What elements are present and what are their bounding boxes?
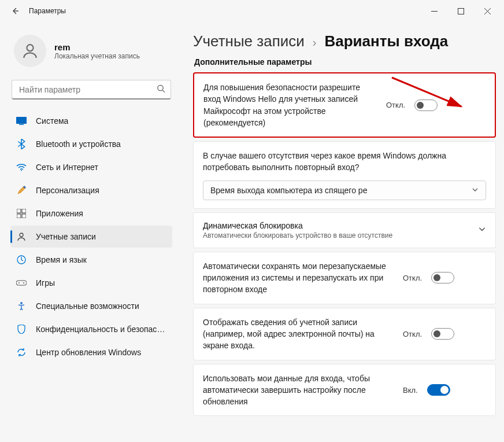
svg-point-19 xyxy=(20,302,23,304)
section-heading: Дополнительные параметры xyxy=(194,57,496,67)
card-title: Динамическая блокировка xyxy=(203,221,469,230)
search-icon xyxy=(157,84,165,95)
card-use-signin-info: Использовать мои данные для входа, чтобы… xyxy=(193,364,496,417)
gamepad-icon xyxy=(16,278,27,288)
breadcrumb: Учетные записи › Варианты входа xyxy=(193,32,496,50)
nav-apps[interactable]: Приложения xyxy=(10,202,172,224)
user-name: rem xyxy=(54,42,140,52)
toggle-use-signin-info[interactable] xyxy=(427,384,450,396)
wifi-icon xyxy=(16,162,27,172)
nav-accounts[interactable]: Учетные записи xyxy=(10,226,172,248)
svg-rect-11 xyxy=(22,209,26,213)
card-dynamic-lock[interactable]: Динамическая блокировка Автоматически бл… xyxy=(193,212,496,248)
svg-point-14 xyxy=(20,233,23,237)
maximize-button[interactable] xyxy=(447,2,474,20)
titlebar: Параметры xyxy=(0,0,504,22)
toggle-windows-hello[interactable] xyxy=(414,100,438,111)
window-title: Параметры xyxy=(29,7,66,15)
avatar xyxy=(14,35,46,67)
nav-label: Сеть и Интернет xyxy=(36,163,98,172)
dropdown-require-signin[interactable]: Время выхода компьютера из спящего ре xyxy=(203,181,486,200)
nav-label: Центр обновления Windows xyxy=(36,348,141,357)
breadcrumb-parent[interactable]: Учетные записи xyxy=(193,32,305,50)
user-block[interactable]: rem Локальная учетная запись xyxy=(10,25,172,80)
svg-rect-10 xyxy=(17,209,21,213)
nav-label: Персонализация xyxy=(36,186,99,195)
clock-globe-icon xyxy=(16,255,27,265)
nav-label: Bluetooth и устройства xyxy=(36,139,121,149)
chevron-down-icon xyxy=(478,225,486,235)
search-input[interactable] xyxy=(12,80,171,100)
nav-label: Время и язык xyxy=(36,255,87,264)
card-require-signin: В случае вашего отсутствия через какое в… xyxy=(193,141,496,209)
user-icon xyxy=(21,42,39,60)
shield-icon xyxy=(16,324,27,334)
sidebar: rem Локальная учетная запись Система Blu… xyxy=(0,22,179,442)
svg-rect-13 xyxy=(22,214,26,218)
accessibility-icon xyxy=(16,301,27,311)
card-restart-apps: Автоматически сохранять мои перезапускае… xyxy=(193,252,496,304)
minimize-icon xyxy=(431,8,438,14)
toggle-show-account-details[interactable] xyxy=(431,328,454,340)
breadcrumb-current: Варианты входа xyxy=(324,32,448,50)
toggle-state-label: Откл. xyxy=(403,274,422,282)
card-windows-hello: Для повышения безопасности разрешите вхо… xyxy=(193,72,496,138)
svg-rect-8 xyxy=(19,124,24,126)
chevron-down-icon xyxy=(472,186,479,195)
svg-point-9 xyxy=(21,170,22,171)
nav-network[interactable]: Сеть и Интернет xyxy=(10,156,172,178)
toggle-state-label: Вкл. xyxy=(403,386,418,395)
nav-bluetooth[interactable]: Bluetooth и устройства xyxy=(10,133,172,155)
user-info: rem Локальная учетная запись xyxy=(54,42,140,60)
nav-system[interactable]: Система xyxy=(10,110,172,132)
svg-point-17 xyxy=(18,282,20,283)
nav-label: Игры xyxy=(36,278,55,288)
card-text: Автоматически сохранять мои перезапускае… xyxy=(203,260,394,296)
nav-accessibility[interactable]: Специальные возможности xyxy=(10,295,172,317)
main-content: Учетные записи › Варианты входа Дополнит… xyxy=(179,22,504,442)
nav-windows-update[interactable]: Центр обновления Windows xyxy=(10,341,172,363)
nav-label: Система xyxy=(36,116,68,126)
nav-label: Приложения xyxy=(36,209,83,218)
back-button[interactable] xyxy=(3,2,27,20)
svg-line-6 xyxy=(162,90,165,93)
close-button[interactable] xyxy=(474,2,501,20)
accounts-icon xyxy=(16,231,27,242)
toggle-state-label: Откл. xyxy=(386,101,405,109)
close-icon xyxy=(484,8,491,14)
card-text: В случае вашего отсутствия через какое в… xyxy=(203,150,486,174)
nav-label: Конфиденциальность и безопасность xyxy=(36,325,166,334)
paintbrush-icon xyxy=(16,185,27,196)
apps-icon xyxy=(16,208,27,219)
svg-point-4 xyxy=(27,45,33,51)
card-subtitle: Автоматически блокировать устройство в в… xyxy=(203,231,469,240)
user-subtitle: Локальная учетная запись xyxy=(54,52,140,60)
bluetooth-icon xyxy=(16,139,27,149)
toggle-state-label: Откл. xyxy=(403,330,422,338)
nav-privacy[interactable]: Конфиденциальность и безопасность xyxy=(10,318,172,340)
card-text: Для повышения безопасности разрешите вхо… xyxy=(203,82,377,128)
card-text: Использовать мои данные для входа, чтобы… xyxy=(203,373,394,408)
maximize-icon xyxy=(458,8,464,14)
svg-rect-12 xyxy=(17,214,21,218)
svg-rect-16 xyxy=(16,281,27,285)
chevron-right-icon: › xyxy=(313,36,317,49)
nav-personalization[interactable]: Персонализация xyxy=(10,179,172,201)
window-controls xyxy=(421,2,501,20)
svg-point-18 xyxy=(23,282,24,283)
svg-rect-7 xyxy=(16,117,27,124)
update-icon xyxy=(16,347,27,358)
nav-label: Учетные записи xyxy=(36,232,96,241)
nav-label: Специальные возможности xyxy=(36,301,139,311)
toggle-restart-apps[interactable] xyxy=(431,272,454,283)
dropdown-value: Время выхода компьютера из спящего ре xyxy=(210,186,367,195)
card-text: Отображать сведения об учетной записи (н… xyxy=(203,316,394,352)
svg-rect-1 xyxy=(458,8,464,14)
nav-list: Система Bluetooth и устройства Сеть и Ин… xyxy=(10,110,172,363)
nav-games[interactable]: Игры xyxy=(10,272,172,294)
minimize-button[interactable] xyxy=(421,2,447,20)
nav-time-language[interactable]: Время и язык xyxy=(10,249,172,271)
arrow-left-icon xyxy=(10,6,20,16)
display-icon xyxy=(16,116,27,126)
svg-point-5 xyxy=(158,85,163,90)
